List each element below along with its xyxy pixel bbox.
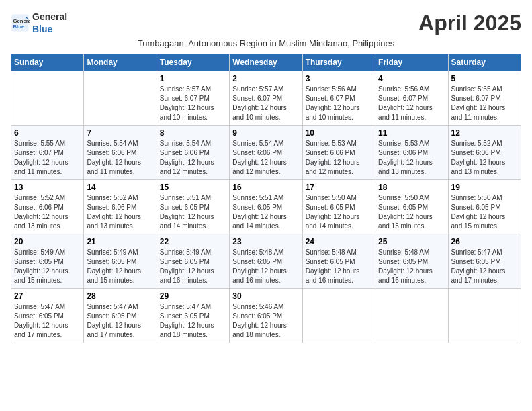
day-number: 27 [14, 291, 81, 301]
day-number: 6 [14, 128, 81, 138]
logo-general: General [32, 11, 67, 22]
calendar-table: SundayMondayTuesdayWednesdayThursdayFrid… [11, 54, 521, 343]
day-info: Sunrise: 5:54 AM Sunset: 6:06 PM Dayligh… [160, 139, 226, 177]
calendar-cell: 23Sunrise: 5:48 AM Sunset: 6:05 PM Dayli… [230, 234, 302, 289]
calendar-cell: 21Sunrise: 5:49 AM Sunset: 6:05 PM Dayli… [84, 234, 157, 289]
day-number: 26 [451, 237, 518, 246]
day-info: Sunrise: 5:53 AM Sunset: 6:06 PM Dayligh… [378, 139, 445, 177]
weekday-header: Thursday [302, 54, 375, 71]
page-subtitle: Tumbagaan, Autonomous Region in Muslim M… [11, 38, 521, 48]
calendar-cell: 22Sunrise: 5:49 AM Sunset: 6:05 PM Dayli… [157, 234, 229, 289]
day-info: Sunrise: 5:50 AM Sunset: 6:05 PM Dayligh… [306, 193, 372, 231]
weekday-header: Saturday [448, 54, 521, 71]
calendar-cell: 12Sunrise: 5:52 AM Sunset: 6:06 PM Dayli… [448, 126, 521, 180]
day-number: 7 [87, 128, 153, 138]
day-info: Sunrise: 5:48 AM Sunset: 6:05 PM Dayligh… [378, 248, 445, 285]
calendar-header-row: SundayMondayTuesdayWednesdayThursdayFrid… [11, 54, 521, 71]
calendar-cell [11, 71, 84, 126]
day-info: Sunrise: 5:49 AM Sunset: 6:05 PM Dayligh… [14, 248, 81, 285]
day-number: 24 [306, 237, 372, 246]
day-number: 11 [378, 128, 445, 138]
day-info: Sunrise: 5:52 AM Sunset: 6:06 PM Dayligh… [451, 139, 518, 177]
weekday-header: Sunday [11, 54, 84, 71]
calendar-cell: 25Sunrise: 5:48 AM Sunset: 6:05 PM Dayli… [375, 234, 448, 289]
calendar-cell: 3Sunrise: 5:56 AM Sunset: 6:07 PM Daylig… [302, 71, 375, 126]
calendar-cell: 30Sunrise: 5:46 AM Sunset: 6:05 PM Dayli… [230, 289, 302, 343]
day-number: 5 [451, 74, 518, 83]
calendar-cell: 5Sunrise: 5:55 AM Sunset: 6:07 PM Daylig… [448, 71, 521, 126]
day-info: Sunrise: 5:50 AM Sunset: 6:05 PM Dayligh… [451, 193, 518, 231]
day-info: Sunrise: 5:56 AM Sunset: 6:07 PM Dayligh… [378, 85, 445, 122]
day-number: 12 [451, 128, 518, 138]
day-info: Sunrise: 5:57 AM Sunset: 6:07 PM Dayligh… [232, 85, 299, 122]
day-info: Sunrise: 5:54 AM Sunset: 6:06 PM Dayligh… [232, 139, 299, 177]
day-number: 28 [87, 291, 153, 301]
calendar-cell: 8Sunrise: 5:54 AM Sunset: 6:06 PM Daylig… [157, 126, 229, 180]
month-title: April 2025 [418, 11, 521, 36]
day-number: 21 [87, 237, 153, 246]
day-info: Sunrise: 5:51 AM Sunset: 6:05 PM Dayligh… [232, 193, 299, 231]
day-number: 13 [14, 183, 81, 192]
calendar-cell [84, 71, 157, 126]
day-number: 18 [378, 183, 445, 192]
calendar-cell: 29Sunrise: 5:47 AM Sunset: 6:05 PM Dayli… [157, 289, 229, 343]
day-number: 16 [232, 183, 299, 192]
day-number: 25 [378, 237, 445, 246]
calendar-cell: 13Sunrise: 5:52 AM Sunset: 6:06 PM Dayli… [11, 180, 84, 234]
calendar-cell: 7Sunrise: 5:54 AM Sunset: 6:06 PM Daylig… [84, 126, 157, 180]
day-info: Sunrise: 5:49 AM Sunset: 6:05 PM Dayligh… [87, 248, 153, 285]
day-info: Sunrise: 5:52 AM Sunset: 6:06 PM Dayligh… [14, 193, 81, 231]
day-number: 17 [306, 183, 372, 192]
calendar-cell: 4Sunrise: 5:56 AM Sunset: 6:07 PM Daylig… [375, 71, 448, 126]
day-info: Sunrise: 5:54 AM Sunset: 6:06 PM Dayligh… [87, 139, 153, 177]
day-info: Sunrise: 5:56 AM Sunset: 6:07 PM Dayligh… [306, 85, 372, 122]
calendar-week-row: 13Sunrise: 5:52 AM Sunset: 6:06 PM Dayli… [11, 180, 521, 234]
calendar-cell [448, 289, 521, 343]
calendar-cell: 26Sunrise: 5:47 AM Sunset: 6:05 PM Dayli… [448, 234, 521, 289]
day-number: 22 [160, 237, 226, 246]
calendar-week-row: 6Sunrise: 5:55 AM Sunset: 6:07 PM Daylig… [11, 126, 521, 180]
day-number: 4 [378, 74, 445, 83]
weekday-header: Wednesday [230, 54, 302, 71]
calendar-cell [302, 289, 375, 343]
calendar-cell: 20Sunrise: 5:49 AM Sunset: 6:05 PM Dayli… [11, 234, 84, 289]
day-info: Sunrise: 5:47 AM Sunset: 6:05 PM Dayligh… [87, 302, 153, 340]
calendar-cell: 17Sunrise: 5:50 AM Sunset: 6:05 PM Dayli… [302, 180, 375, 234]
weekday-header: Monday [84, 54, 157, 71]
day-info: Sunrise: 5:47 AM Sunset: 6:05 PM Dayligh… [160, 302, 226, 340]
calendar-cell: 27Sunrise: 5:47 AM Sunset: 6:05 PM Dayli… [11, 289, 84, 343]
day-info: Sunrise: 5:55 AM Sunset: 6:07 PM Dayligh… [14, 139, 81, 177]
day-number: 3 [306, 74, 372, 83]
day-info: Sunrise: 5:47 AM Sunset: 6:05 PM Dayligh… [451, 248, 518, 285]
calendar-week-row: 27Sunrise: 5:47 AM Sunset: 6:05 PM Dayli… [11, 289, 521, 343]
day-info: Sunrise: 5:55 AM Sunset: 6:07 PM Dayligh… [451, 85, 518, 122]
day-number: 30 [232, 291, 299, 301]
day-info: Sunrise: 5:49 AM Sunset: 6:05 PM Dayligh… [160, 248, 226, 285]
calendar-cell: 15Sunrise: 5:51 AM Sunset: 6:05 PM Dayli… [157, 180, 229, 234]
calendar-cell: 6Sunrise: 5:55 AM Sunset: 6:07 PM Daylig… [11, 126, 84, 180]
day-info: Sunrise: 5:51 AM Sunset: 6:05 PM Dayligh… [160, 193, 226, 231]
calendar-week-row: 1Sunrise: 5:57 AM Sunset: 6:07 PM Daylig… [11, 71, 521, 126]
day-info: Sunrise: 5:57 AM Sunset: 6:07 PM Dayligh… [160, 85, 226, 122]
day-info: Sunrise: 5:46 AM Sunset: 6:05 PM Dayligh… [232, 302, 299, 340]
day-number: 1 [160, 74, 226, 83]
day-number: 8 [160, 128, 226, 138]
calendar-cell: 1Sunrise: 5:57 AM Sunset: 6:07 PM Daylig… [157, 71, 229, 126]
weekday-header: Friday [375, 54, 448, 71]
calendar-cell: 11Sunrise: 5:53 AM Sunset: 6:06 PM Dayli… [375, 126, 448, 180]
calendar-cell: 10Sunrise: 5:53 AM Sunset: 6:06 PM Dayli… [302, 126, 375, 180]
calendar-cell: 24Sunrise: 5:48 AM Sunset: 6:05 PM Dayli… [302, 234, 375, 289]
day-info: Sunrise: 5:47 AM Sunset: 6:05 PM Dayligh… [14, 302, 81, 340]
weekday-header: Tuesday [157, 54, 229, 71]
calendar-cell [375, 289, 448, 343]
day-number: 19 [451, 183, 518, 192]
svg-text:General: General [13, 18, 30, 24]
day-number: 15 [160, 183, 226, 192]
day-number: 9 [232, 128, 299, 138]
logo-icon: General Blue [11, 13, 30, 32]
logo-text: General Blue [32, 11, 67, 34]
day-number: 14 [87, 183, 153, 192]
logo: General Blue General Blue [11, 11, 67, 34]
day-info: Sunrise: 5:52 AM Sunset: 6:06 PM Dayligh… [87, 193, 153, 231]
page-header: General Blue General Blue April 2025 [11, 11, 521, 36]
